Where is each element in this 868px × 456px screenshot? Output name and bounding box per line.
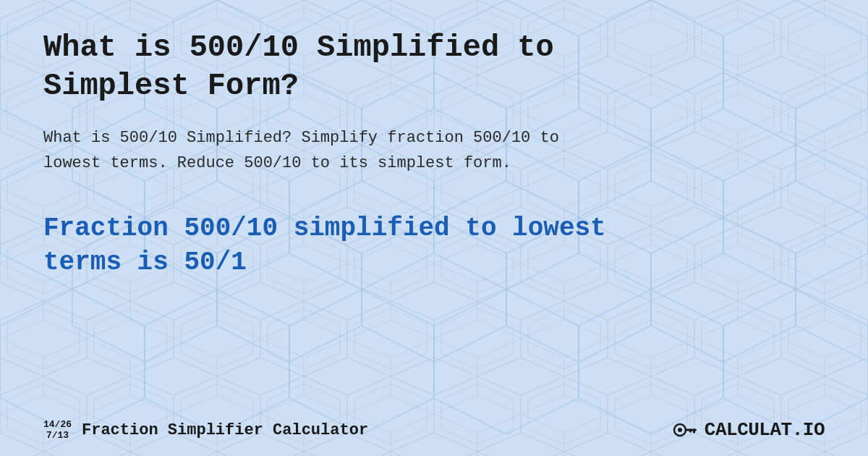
logo-text: CALCULAT.IO [705,419,825,441]
svg-rect-40 [689,429,692,433]
footer: 14/26 7/13 Fraction Simplifier Calculato… [43,419,825,442]
fraction-pair: 14/26 7/13 [43,419,72,442]
calculator-icon [673,419,699,441]
description-text: What is 500/10 Simplified? Simplify frac… [43,125,622,176]
footer-left: 14/26 7/13 Fraction Simplifier Calculato… [43,419,368,442]
fraction-top: 14/26 [43,419,72,431]
result-text: Fraction 500/10 simplified to lowest ter… [43,212,694,280]
brand-text: Fraction Simplifier Calculator [82,421,368,439]
svg-point-37 [678,428,682,432]
footer-right: CALCULAT.IO [673,419,825,441]
result-section: Fraction 500/10 simplified to lowest ter… [43,212,825,280]
svg-rect-39 [693,429,695,434]
fraction-bottom: 7/13 [46,430,69,442]
page-title: What is 500/10 Simplified to Simplest Fo… [43,29,694,105]
